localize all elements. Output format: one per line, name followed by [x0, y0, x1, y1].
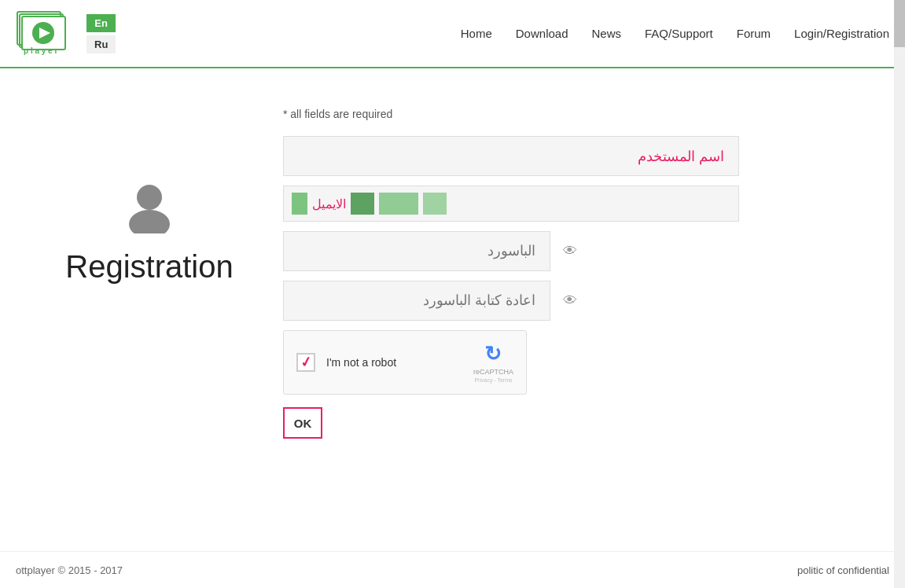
password-input[interactable]	[283, 231, 550, 271]
footer-copyright: ottplayer © 2015 - 2017	[16, 564, 123, 576]
svg-point-7	[129, 210, 170, 233]
main-nav: Home Download News FAQ/Support Forum Log…	[461, 27, 889, 40]
recaptcha-policy: Privacy - Terms	[474, 377, 512, 383]
confirm-password-input[interactable]	[283, 281, 550, 321]
email-group: الايميل	[283, 186, 755, 222]
logo: p l a y e r	[16, 8, 79, 59]
nav-home[interactable]: Home	[461, 27, 492, 40]
ok-button[interactable]: OK	[283, 407, 322, 439]
lang-en-button[interactable]: En	[86, 14, 116, 32]
captcha-logo: ↻ reCAPTCHA Privacy - Terms	[473, 342, 513, 383]
username-input[interactable]	[283, 136, 739, 176]
password-eye-icon[interactable]: 👁	[563, 243, 577, 259]
logo-area: p l a y e r En Ru	[16, 8, 116, 59]
nav-download[interactable]: Download	[516, 27, 568, 40]
captcha-checkmark: ✓	[299, 353, 314, 372]
email-block-1	[292, 193, 307, 215]
recaptcha-icon: ↻	[484, 342, 502, 366]
captcha-label: I'm not a robot	[326, 356, 462, 369]
left-panel: Registration	[16, 100, 283, 285]
header: p l a y e r En Ru Home Download News FAQ…	[0, 0, 905, 68]
main-content: Registration * all fields are required ا…	[0, 68, 905, 551]
confirm-password-group: 👁	[283, 281, 755, 321]
scrollbar-thumb[interactable]	[894, 0, 905, 47]
password-group: 👁	[283, 231, 755, 271]
registration-form: * all fields are required الايميل 👁 👁	[283, 100, 755, 448]
email-block-4	[423, 193, 447, 215]
recaptcha-brand: reCAPTCHA	[473, 368, 513, 376]
lang-ru-button[interactable]: Ru	[86, 35, 116, 53]
footer: ottplayer © 2015 - 2017 politic of confi…	[0, 551, 905, 588]
svg-text:p l a y e r: p l a y e r	[24, 46, 57, 55]
captcha-checkbox[interactable]: ✓	[296, 353, 315, 372]
email-block-2	[351, 193, 374, 215]
avatar-icon	[122, 178, 177, 233]
required-note: * all fields are required	[283, 108, 755, 120]
username-group	[283, 136, 755, 176]
svg-point-6	[137, 185, 162, 210]
email-block-3	[379, 193, 418, 215]
footer-policy-link[interactable]: politic of confidential	[797, 564, 889, 576]
language-switcher: En Ru	[86, 14, 116, 53]
email-placeholder-text: الايميل	[312, 197, 346, 211]
ok-group: OK	[283, 407, 755, 439]
registration-title: Registration	[65, 249, 233, 285]
captcha-box: ✓ I'm not a robot ↻ reCAPTCHA Privacy - …	[283, 330, 527, 395]
scrollbar[interactable]	[894, 0, 905, 588]
nav-login[interactable]: Login/Registration	[794, 27, 889, 40]
nav-forum[interactable]: Forum	[737, 27, 771, 40]
email-row: الايميل	[283, 186, 739, 222]
footer-right: politic of confidential	[797, 563, 889, 577]
confirm-password-eye-icon[interactable]: 👁	[563, 292, 577, 309]
nav-faq[interactable]: FAQ/Support	[645, 27, 713, 40]
captcha-group: ✓ I'm not a robot ↻ reCAPTCHA Privacy - …	[283, 330, 755, 395]
nav-news[interactable]: News	[592, 27, 622, 40]
